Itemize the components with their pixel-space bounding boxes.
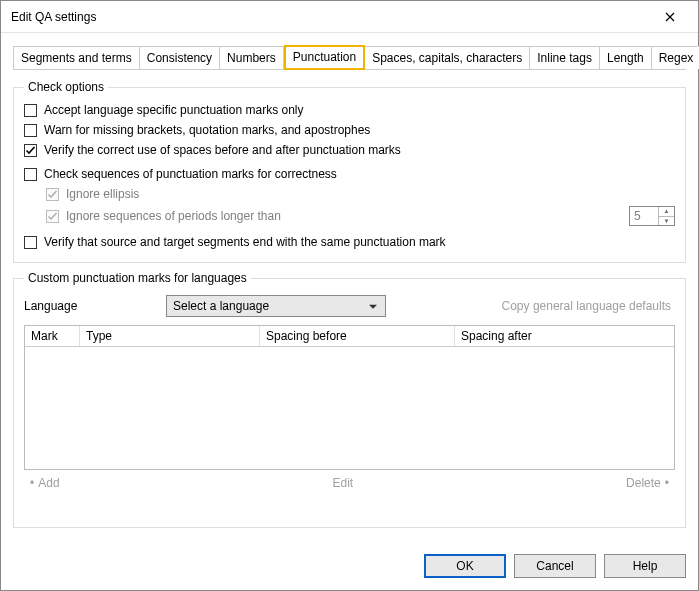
row-ignore-ellipsis: Ignore ellipsis	[24, 184, 675, 204]
add-button: Add	[38, 476, 59, 490]
edit-button: Edit	[60, 476, 627, 490]
ok-button[interactable]: OK	[424, 554, 506, 578]
tab-spaces-capitals-characters[interactable]: Spaces, capitals, characters	[365, 46, 530, 69]
label-check-sequences[interactable]: Check sequences of punctuation marks for…	[44, 167, 337, 181]
tab-length[interactable]: Length	[600, 46, 652, 69]
copy-defaults-link: Copy general language defaults	[502, 299, 675, 313]
checkbox-verify-spaces[interactable]	[24, 144, 37, 157]
checkbox-accept-lang-specific[interactable]	[24, 104, 37, 117]
language-label: Language	[24, 299, 154, 313]
custom-marks-legend: Custom punctuation marks for languages	[24, 271, 251, 285]
dialog-window: Edit QA settings Segments and terms Cons…	[0, 0, 699, 591]
close-button[interactable]	[650, 3, 690, 31]
tab-punctuation[interactable]: Punctuation	[284, 45, 365, 70]
tab-strip: Segments and terms Consistency Numbers P…	[13, 45, 686, 69]
tab-consistency[interactable]: Consistency	[140, 46, 220, 69]
spinner-ignore-longer-than: ▲ ▼	[629, 206, 675, 226]
check-icon	[47, 189, 58, 200]
row-verify-end-mark: Verify that source and target segments e…	[24, 232, 675, 252]
tab-segments-and-terms[interactable]: Segments and terms	[13, 46, 140, 69]
bullet-icon: •	[26, 476, 38, 490]
delete-button: Delete	[626, 476, 661, 490]
spinner-input	[630, 207, 658, 225]
label-warn-missing-brackets[interactable]: Warn for missing brackets, quotation mar…	[44, 123, 370, 137]
bullet-icon: •	[661, 476, 673, 490]
help-button[interactable]: Help	[604, 554, 686, 578]
col-mark[interactable]: Mark	[25, 326, 80, 346]
dialog-buttons: OK Cancel Help	[1, 544, 698, 590]
tab-panel-punctuation: Check options Accept language specific p…	[13, 69, 686, 536]
label-accept-lang-specific[interactable]: Accept language specific punctuation mar…	[44, 103, 303, 117]
row-verify-spaces: Verify the correct use of spaces before …	[24, 140, 675, 160]
language-select[interactable]: Select a language	[166, 295, 386, 317]
grid-header: Mark Type Spacing before Spacing after	[25, 326, 674, 347]
checkbox-warn-missing-brackets[interactable]	[24, 124, 37, 137]
row-accept-lang-specific: Accept language specific punctuation mar…	[24, 100, 675, 120]
tab-inline-tags[interactable]: Inline tags	[530, 46, 600, 69]
label-ignore-longer-than: Ignore sequences of periods longer than	[66, 209, 281, 223]
check-options-group: Check options Accept language specific p…	[13, 80, 686, 263]
checkbox-check-sequences[interactable]	[24, 168, 37, 181]
row-warn-missing-brackets: Warn for missing brackets, quotation mar…	[24, 120, 675, 140]
language-select-value: Select a language	[173, 299, 269, 313]
window-title: Edit QA settings	[11, 10, 650, 24]
custom-marks-group: Custom punctuation marks for languages L…	[13, 271, 686, 528]
checkbox-ignore-longer-than	[46, 210, 59, 223]
close-icon	[665, 12, 675, 22]
language-row: Language Select a language Copy general …	[24, 291, 675, 325]
spinner-down-icon: ▼	[659, 216, 674, 226]
row-ignore-longer-than: Ignore sequences of periods longer than …	[24, 204, 675, 228]
tab-numbers[interactable]: Numbers	[220, 46, 284, 69]
check-options-legend: Check options	[24, 80, 108, 94]
checkbox-ignore-ellipsis	[46, 188, 59, 201]
titlebar: Edit QA settings	[1, 1, 698, 33]
tab-regex[interactable]: Regex	[652, 46, 699, 69]
col-spacing-after[interactable]: Spacing after	[455, 326, 674, 346]
col-type[interactable]: Type	[80, 326, 260, 346]
spinner-up-icon: ▲	[659, 207, 674, 216]
cancel-button[interactable]: Cancel	[514, 554, 596, 578]
marks-grid[interactable]: Mark Type Spacing before Spacing after	[24, 325, 675, 470]
check-icon	[25, 145, 36, 156]
dialog-content: Segments and terms Consistency Numbers P…	[1, 33, 698, 544]
check-icon	[47, 211, 58, 222]
checkbox-verify-end-mark[interactable]	[24, 236, 37, 249]
label-verify-end-mark[interactable]: Verify that source and target segments e…	[44, 235, 446, 249]
col-spacing-before[interactable]: Spacing before	[260, 326, 455, 346]
row-check-sequences: Check sequences of punctuation marks for…	[24, 164, 675, 184]
grid-actions: • Add Edit Delete •	[24, 470, 675, 492]
label-verify-spaces[interactable]: Verify the correct use of spaces before …	[44, 143, 401, 157]
label-ignore-ellipsis: Ignore ellipsis	[66, 187, 139, 201]
spinner-buttons: ▲ ▼	[658, 207, 674, 225]
